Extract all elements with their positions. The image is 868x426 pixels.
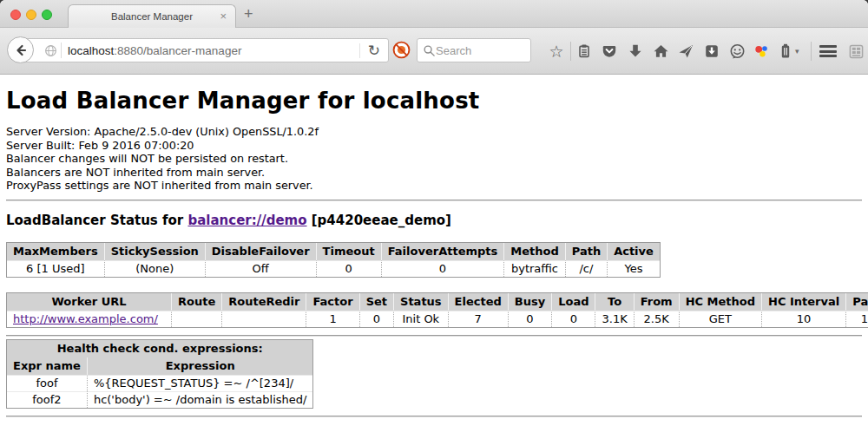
table-row: foof %{REQUEST_STATUS} =~ /^[234]/ (7, 375, 312, 391)
cell-failoverattempts: 0 (382, 260, 505, 277)
search-input[interactable] (436, 44, 514, 57)
column-header: Set (360, 293, 394, 311)
home-icon[interactable] (652, 43, 669, 60)
column-header: Busy (509, 293, 552, 311)
address-bar[interactable]: localhost:8880/balancer-manager ↻ (21, 38, 389, 62)
server-version-line: Server Version: Apache/2.5.0-dev (Unix) … (6, 125, 862, 139)
column-header: Status (394, 293, 449, 311)
back-button[interactable] (7, 36, 34, 63)
cell-routeredir (222, 311, 306, 327)
search-icon (423, 44, 436, 57)
column-header: Elected (449, 293, 509, 311)
url-path-text: :8880/balancer-manager (114, 44, 241, 57)
cell-expression: %{REQUEST_STATUS} =~ /^[234]/ (88, 375, 313, 391)
health-table-title: Health check cond. expressions: (7, 340, 312, 357)
table-header-row: MaxMembers StickySession DisableFailover… (7, 243, 660, 260)
cell-passes: 1 (0) (846, 311, 868, 327)
column-header: DisableFailover (206, 243, 317, 260)
cell-method: bytraffic (504, 260, 565, 277)
back-arrow-icon (14, 43, 28, 57)
table-header-row: Worker URL Route RouteRedir Factor Set S… (7, 293, 868, 311)
minimize-window-button[interactable] (26, 10, 36, 20)
worker-table: Worker URL Route RouteRedir Factor Set S… (6, 292, 868, 328)
colored-dots-extension-icon[interactable] (753, 43, 770, 60)
cell-to: 3.1K (595, 311, 634, 327)
tab-groups-icon[interactable] (847, 43, 865, 60)
section-divider (6, 335, 862, 337)
feedback-smiley-icon[interactable] (728, 43, 746, 60)
column-header: MaxMembers (7, 243, 105, 260)
title-bar: Balancer Manager × + (0, 0, 868, 28)
table-header-row: Expr name Expression (7, 357, 312, 375)
cell-hc-method: GET (680, 311, 762, 327)
tab-title: Balancer Manager (111, 11, 193, 22)
column-header: FailoverAttempts (382, 243, 505, 260)
downloads-icon[interactable] (627, 43, 644, 60)
cell-path: /c/ (566, 260, 608, 277)
column-header: RouteRedir (222, 293, 306, 311)
cell-expr-name: foof (7, 375, 88, 391)
menu-icon[interactable] (819, 45, 837, 57)
table-row: 6 [1 Used] (None) Off 0 0 bytraffic /c/ … (7, 260, 660, 277)
cell-expression: hc('body') =~ /domain is established/ (88, 391, 313, 408)
cell-from: 2.5K (635, 311, 680, 327)
status-heading-prefix: LoadBalancer Status for (6, 213, 187, 228)
column-header: Expression (88, 357, 313, 375)
cell-stickysession: (None) (105, 260, 206, 277)
cell-busy: 0 (509, 311, 552, 327)
column-header: HC Interval (762, 293, 846, 311)
download-helper-icon[interactable] (703, 43, 720, 60)
urlbar-divider (61, 43, 62, 58)
pocket-icon[interactable] (601, 43, 618, 60)
cell-elected: 7 (449, 311, 509, 327)
browser-tab[interactable]: Balancer Manager × (68, 4, 236, 28)
table-title-row: Health check cond. expressions: (7, 340, 312, 357)
send-to-device-icon[interactable] (677, 43, 694, 60)
navigation-toolbar: localhost:8880/balancer-manager ↻ ☆ (0, 28, 868, 75)
overflow-caret-icon[interactable]: ▾ (795, 47, 799, 56)
cell-load: 0 (552, 311, 595, 327)
worker-url-link[interactable]: http://www.example.com/ (13, 312, 158, 325)
reload-icon[interactable]: ↻ (359, 43, 388, 58)
search-bar[interactable] (417, 38, 531, 62)
column-header: From (635, 293, 680, 311)
column-header: Active (608, 243, 660, 260)
status-heading-suffix: [p4420eeae_demo] (307, 213, 451, 228)
cell-expr-name: foof2 (7, 391, 88, 408)
cell-hc-interval: 10 (762, 311, 846, 327)
cell-factor: 1 (306, 311, 359, 327)
cell-status: Init Ok (394, 311, 449, 327)
cell-worker-url: http://www.example.com/ (7, 311, 172, 327)
browser-window: Balancer Manager × + localhost:8880/bala… (0, 0, 868, 426)
reading-list-icon[interactable] (575, 43, 593, 60)
server-built-line: Server Built: Feb 9 2016 07:00:20 (6, 139, 862, 153)
bookmark-star-icon[interactable]: ☆ (548, 43, 565, 60)
toolbar-divider (811, 42, 812, 61)
new-tab-button[interactable]: + (244, 5, 253, 23)
cell-disablefailover: Off (206, 260, 317, 277)
health-check-table: Health check cond. expressions: Expr nam… (6, 339, 313, 409)
persist-notice-line: Balancer changes will NOT be persisted o… (6, 152, 862, 166)
column-header: Timeout (317, 243, 382, 260)
proxypass-notice-line: ProxyPass settings are NOT inherited fro… (6, 179, 862, 193)
column-header: Worker URL (7, 293, 172, 311)
cell-set: 0 (360, 311, 394, 327)
tab-close-icon[interactable]: × (220, 10, 227, 23)
battery-extension-icon[interactable] (777, 43, 794, 60)
column-header: Method (504, 243, 565, 260)
site-identity-globe-icon[interactable] (44, 44, 57, 57)
maximize-window-button[interactable] (42, 10, 52, 20)
page-content: Load Balancer Manager for localhost Serv… (0, 75, 868, 426)
section-divider (6, 200, 862, 201)
page-bottom-divider (6, 416, 862, 417)
cell-timeout: 0 (317, 260, 382, 277)
cell-maxmembers: 6 [1 Used] (7, 260, 105, 277)
page-title: Load Balancer Manager for localhost (6, 88, 862, 114)
close-window-button[interactable] (10, 10, 21, 20)
column-header: Load (552, 293, 595, 311)
column-header: To (595, 293, 634, 311)
plugin-blocked-icon[interactable] (392, 41, 411, 62)
column-header: HC Method (680, 293, 762, 311)
column-header: Route (172, 293, 222, 311)
balancer-demo-link[interactable]: balancer://demo (187, 213, 306, 228)
